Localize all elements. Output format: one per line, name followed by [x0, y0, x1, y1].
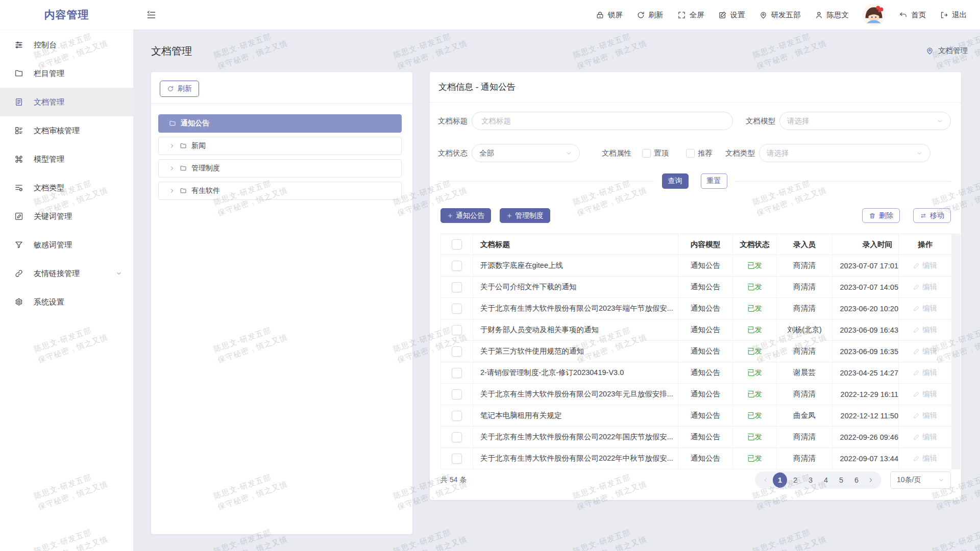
plus-icon	[447, 213, 453, 219]
doc-status-select[interactable]: 全部	[472, 144, 580, 162]
topbar: 内容管理 锁屏刷新全屏设置研发五部陈思文首页退出	[0, 0, 980, 30]
page-number-1[interactable]: 1	[773, 472, 787, 488]
table-row: 关于北京有生博大软件股份有限公司2023年元旦放假安排...通知公告已发商清清2…	[440, 384, 961, 405]
folder-icon	[180, 165, 187, 172]
doc-title: 关于北京有生博大软件股份有限公司2023年元旦放假安排...	[480, 389, 673, 399]
topbar-action-4[interactable]: 设置	[718, 10, 745, 20]
page-number-4[interactable]: 4	[819, 472, 833, 488]
sidebar-item-10[interactable]: 系统设置	[0, 288, 133, 316]
edit-label: 编辑	[922, 454, 937, 463]
edit-button[interactable]: 编辑	[913, 346, 937, 356]
edit-button[interactable]: 编辑	[913, 261, 937, 270]
sidebar-item-5[interactable]: 模型管理	[0, 145, 133, 173]
tree-node-label: 通知公告	[181, 119, 209, 128]
topbar-action-2[interactable]: 刷新	[636, 10, 664, 20]
sidebar-item-7[interactable]: 关键词管理	[0, 202, 133, 231]
status-badge: 已发	[747, 432, 762, 442]
sidebar-item-1[interactable]: 控制台	[0, 31, 133, 59]
edit-button[interactable]: 编辑	[913, 282, 937, 292]
topbar-action-5[interactable]: 研发五部	[759, 10, 801, 20]
row-checkbox[interactable]	[452, 454, 462, 464]
topbar-right-action-2[interactable]: 退出	[940, 10, 967, 20]
tree-node-1[interactable]: 新闻	[158, 137, 402, 155]
divider	[151, 104, 412, 104]
row-checkbox[interactable]	[452, 282, 462, 292]
chevron-down-icon	[566, 150, 572, 157]
doc-title-input[interactable]	[480, 116, 724, 126]
row-checkbox-cell	[440, 405, 473, 426]
tree-refresh-button[interactable]: 刷新	[160, 81, 199, 97]
page-size-select[interactable]: 10条/页	[890, 471, 951, 489]
link-icon	[14, 269, 23, 278]
tree-node-2[interactable]: 管理制度	[158, 159, 402, 178]
edit-button[interactable]: 编辑	[913, 368, 937, 378]
doc-model: 通知公告	[691, 282, 720, 292]
edit-label: 编辑	[922, 389, 937, 399]
edit-button[interactable]: 编辑	[913, 454, 937, 463]
row-checkbox[interactable]	[452, 325, 462, 335]
chevron-right-icon[interactable]	[169, 188, 175, 194]
doc-model-select[interactable]: 请选择	[779, 112, 951, 130]
prev-page-button[interactable]	[760, 472, 772, 488]
doc-type-select[interactable]: 请选择	[759, 144, 930, 162]
delete-button[interactable]: 删除	[862, 208, 900, 223]
move-button[interactable]: 移动	[913, 208, 951, 223]
attr-recommend-checkbox[interactable]: 推荐	[686, 148, 713, 158]
row-checkbox[interactable]	[452, 432, 462, 442]
sidebar-item-9[interactable]: 友情链接管理	[0, 259, 133, 288]
doc-status-cell: 已发	[733, 362, 777, 383]
doc-operator: 刘杨(北京)	[787, 325, 822, 335]
add-rule-button[interactable]: 管理制度	[500, 208, 550, 223]
row-checkbox[interactable]	[452, 411, 462, 421]
doc-action-cell: 编辑	[899, 298, 952, 319]
sidebar-item-4[interactable]: 文档审核管理	[0, 116, 133, 145]
topbar-action-6[interactable]: 陈思文	[815, 10, 849, 20]
row-checkbox[interactable]	[452, 368, 462, 378]
chevron-down-icon	[937, 118, 943, 124]
page-number-3[interactable]: 3	[803, 472, 818, 488]
doc-title-cell: 开源数字底座在gitee上线	[473, 255, 678, 276]
watermark-line2: 保守秘密，慎之又慎	[216, 37, 289, 72]
table-scrollbar[interactable]	[952, 234, 961, 469]
page-number-6[interactable]: 6	[849, 472, 864, 488]
tree-node-3[interactable]: 有生软件	[158, 182, 402, 200]
breadcrumb-tag[interactable]: 文档管理	[925, 46, 968, 56]
topbar-right-action-1[interactable]: 首页	[899, 10, 926, 20]
app-logo: 内容管理	[0, 8, 133, 22]
topbar-action-3[interactable]: 全屏	[677, 10, 704, 20]
reset-button[interactable]: 重置	[701, 173, 727, 189]
edit-button[interactable]: 编辑	[913, 411, 937, 420]
edit-button[interactable]: 编辑	[913, 432, 937, 442]
watermark-line1: 陈思文-研发五部	[751, 522, 824, 551]
topbar-action-1[interactable]: 锁屏	[596, 10, 623, 20]
page-number-5[interactable]: 5	[834, 472, 848, 488]
user-avatar[interactable]	[863, 4, 885, 26]
topbar-action-label: 刷新	[649, 10, 664, 20]
row-checkbox[interactable]	[452, 346, 462, 357]
next-page-button[interactable]	[865, 472, 877, 488]
attr-top-checkbox[interactable]: 置顶	[642, 148, 669, 158]
row-checkbox[interactable]	[452, 304, 462, 314]
sidebar-item-8[interactable]: 敏感词管理	[0, 231, 133, 259]
edit-button[interactable]: 编辑	[913, 325, 937, 335]
page-number-2[interactable]: 2	[788, 472, 802, 488]
add-notice-button[interactable]: 通知公告	[440, 208, 491, 223]
doc-operator: 商清清	[793, 304, 816, 313]
row-checkbox[interactable]	[452, 389, 462, 399]
sidebar-item-3[interactable]: 文档管理	[0, 88, 133, 116]
tree-node-selected[interactable]: 通知公告	[158, 114, 402, 133]
search-button[interactable]: 查询	[662, 173, 689, 189]
doc-status-cell: 已发	[733, 384, 777, 405]
sidebar-item-6[interactable]: 文档类型	[0, 173, 133, 202]
table-row: 关于北京有生博大软件股份有限公司2022年中秋节放假安...通知公告已发商清清2…	[440, 448, 961, 469]
pencil-icon	[913, 369, 920, 376]
edit-button[interactable]: 编辑	[913, 304, 937, 313]
chevron-right-icon[interactable]	[169, 165, 175, 171]
doc-title: 关于北京有生博大软件股份有限公司2023年端午节放假安...	[480, 304, 673, 313]
sidebar-collapse-icon[interactable]	[146, 10, 156, 20]
edit-button[interactable]: 编辑	[913, 389, 937, 399]
sidebar-item-2[interactable]: 栏目管理	[0, 59, 133, 88]
chevron-right-icon[interactable]	[169, 143, 175, 149]
select-all-checkbox[interactable]	[452, 239, 462, 249]
row-checkbox[interactable]	[452, 261, 462, 271]
